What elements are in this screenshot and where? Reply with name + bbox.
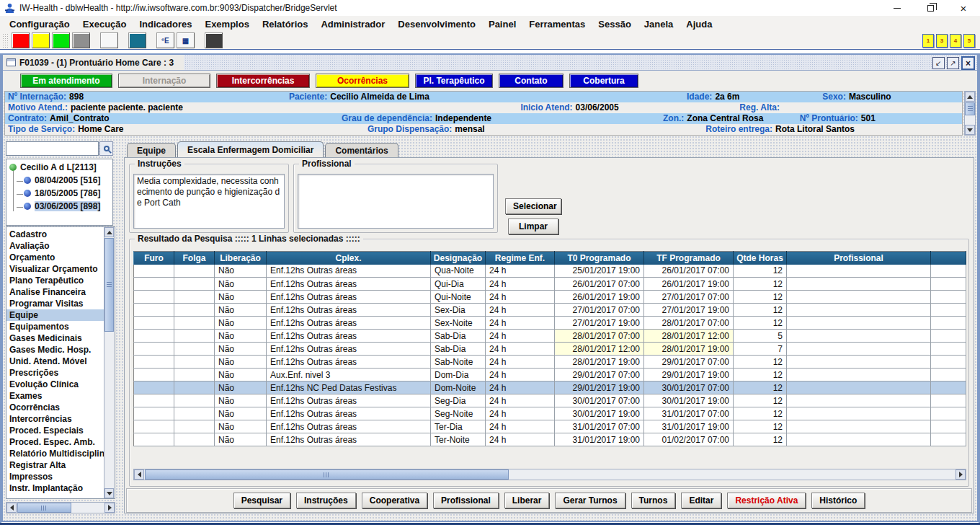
- column-header-tf[interactable]: TF Programado: [644, 252, 734, 265]
- sidebar-item-analise-financeira[interactable]: Analise Financeira: [6, 286, 104, 298]
- action-editar[interactable]: Editar: [681, 493, 721, 508]
- instructions-textarea[interactable]: Media complexidade, necessita conhecimen…: [133, 174, 285, 229]
- tab-escala-enfermagem-domiciliar[interactable]: Escala Enfermagem Domiciliar: [177, 141, 324, 157]
- sidebar-item-ocorrencias[interactable]: Ocorrências: [6, 402, 104, 413]
- menu-administrador[interactable]: Administrador: [314, 19, 391, 30]
- menu-ferramentas[interactable]: Ferramentas: [522, 19, 592, 30]
- sidebar-item-intercorrencias[interactable]: Intercorrências: [6, 413, 104, 425]
- sidebar-item-evolucao-clinica[interactable]: Evolução Clínica: [6, 379, 104, 390]
- scroll-up-icon[interactable]: [965, 92, 975, 102]
- action-pesquisar[interactable]: Pesquisar: [233, 493, 290, 508]
- table-row[interactable]: NãoEnf.12hs Outras áreasSex-Noite24 h27/…: [134, 317, 966, 330]
- menu-ajuda[interactable]: Ajuda: [680, 19, 718, 30]
- menu-painel[interactable]: Painel: [482, 19, 522, 30]
- sidebar-item-plano-terapeutico[interactable]: Plano Terapêutico: [6, 275, 104, 286]
- scroll-right-icon[interactable]: [956, 469, 966, 480]
- action-restricao-ativa[interactable]: Restrição Ativa: [727, 493, 806, 508]
- table-row[interactable]: NãoEnf.12hs Outras áreasQui-Dia24 h26/01…: [134, 278, 966, 291]
- sidebar-item-programar-visitas[interactable]: Programar Visitas: [6, 298, 104, 309]
- table-row[interactable]: NãoEnf.12hs Outras áreasSab-Noite24 h28/…: [134, 356, 966, 369]
- window-minimize-icon[interactable]: [881, 0, 914, 16]
- sidebar-menu-scrollbar[interactable]: [104, 227, 115, 498]
- table-row[interactable]: NãoEnf.12hs Outras áreasSex-Dia24 h27/01…: [134, 304, 966, 317]
- menu-indicadores[interactable]: Indicadores: [133, 19, 199, 30]
- yellow-swatch-button[interactable]: [32, 32, 50, 48]
- frame-maximize-icon[interactable]: ↗: [947, 57, 959, 69]
- frame-minimize-icon[interactable]: ↙: [932, 57, 945, 69]
- clear-button[interactable]: Limpar: [508, 219, 558, 234]
- search-button[interactable]: [99, 141, 113, 156]
- tree-node-18-05-2005-786[interactable]: 18/05/2005 [786]: [24, 188, 112, 198]
- column-header-designacao[interactable]: Designação: [431, 252, 486, 265]
- scroll-thumb[interactable]: [145, 469, 509, 480]
- sidebar-item-gases-medicinais[interactable]: Gases Medicinais: [6, 332, 104, 344]
- sidebar-item-equipe[interactable]: Equipe: [6, 309, 104, 321]
- table-row[interactable]: NãoEnf.12hs Outras áreasSab-Dia24 h28/01…: [134, 343, 966, 356]
- action-instrucoes[interactable]: Instruções: [296, 493, 356, 508]
- menu-execucao[interactable]: Execução: [76, 19, 133, 30]
- status-ocorrencias[interactable]: Ocorrências: [316, 74, 409, 88]
- sidebar-item-equipamentos[interactable]: Equipamentos: [6, 321, 104, 332]
- scroll-up-icon[interactable]: [104, 227, 114, 237]
- quick-button-1[interactable]: 1: [922, 34, 934, 48]
- toolbar-grip-handle[interactable]: [2, 33, 8, 48]
- column-header-t0[interactable]: T0 Programado: [555, 252, 644, 265]
- red-swatch-button[interactable]: [12, 32, 30, 48]
- sidebar-horizontal-scrollbar[interactable]: [6, 502, 115, 513]
- column-header-qtde[interactable]: Qtde Horas: [734, 252, 787, 265]
- sidebar-item-relatorio-multidisciplinar[interactable]: Relatório Multidisciplinar: [6, 448, 104, 459]
- grid-icon-button[interactable]: ▦: [177, 32, 195, 48]
- scroll-right-icon[interactable]: [104, 503, 115, 513]
- action-gerar-turnos[interactable]: Gerar Turnos: [555, 493, 625, 508]
- tab-equipe[interactable]: Equipe: [127, 143, 176, 157]
- professional-textarea[interactable]: [298, 174, 494, 229]
- sidebar-item-visualizar-orcamento[interactable]: Visualizar Orçamento: [6, 263, 104, 275]
- action-turnos[interactable]: Turnos: [631, 493, 676, 508]
- menu-desenvolvimento[interactable]: Desenvolvimento: [391, 19, 482, 30]
- window-restore-icon[interactable]: [914, 0, 947, 16]
- status-internacao[interactable]: Internação: [118, 74, 210, 88]
- column-header-profissional[interactable]: Profissional: [787, 252, 931, 265]
- frame-titlebar[interactable]: F01039 - (1) Prontuário Home Care : 3 ↙ …: [3, 55, 977, 71]
- tab-comentarios[interactable]: Comentários: [325, 143, 398, 157]
- scroll-down-icon[interactable]: [965, 125, 975, 135]
- scroll-thumb[interactable]: [965, 102, 975, 115]
- column-header-furo[interactable]: Furo: [134, 252, 174, 265]
- quick-button-3[interactable]: 3: [936, 34, 948, 48]
- gray-swatch-button[interactable]: [72, 32, 90, 48]
- status-contato[interactable]: Contato: [499, 74, 564, 88]
- frame-close-icon[interactable]: ×: [961, 56, 975, 70]
- scroll-thumb[interactable]: [17, 503, 71, 513]
- scroll-down-icon[interactable]: [104, 488, 114, 498]
- sidebar-item-orcamento[interactable]: Orçamento: [6, 252, 104, 263]
- status-cobertura[interactable]: Cobertura: [569, 74, 638, 88]
- column-header-cplex[interactable]: Cplex.: [267, 252, 431, 265]
- table-header-row[interactable]: FuroFolgaLiberaçãoCplex.DesignaçãoRegime…: [134, 252, 966, 265]
- menu-exemplos[interactable]: Exemplos: [198, 19, 255, 30]
- action-profissional[interactable]: Profissional: [433, 493, 499, 508]
- dark-swatch-button[interactable]: [205, 32, 223, 48]
- menu-janela[interactable]: Janela: [638, 19, 680, 30]
- status-intercorrencias[interactable]: Intercorrências: [216, 74, 310, 88]
- action-historico[interactable]: Histórico: [811, 493, 865, 508]
- patient-info-scrollbar[interactable]: [964, 91, 976, 136]
- column-header-liberacao[interactable]: Liberação: [215, 252, 267, 265]
- sidebar-item-gases-medic-hosp[interactable]: Gases Medic. Hosp.: [6, 344, 104, 356]
- scroll-left-icon[interactable]: [134, 469, 144, 480]
- white-swatch-button[interactable]: [100, 32, 118, 48]
- status-em-atendimento[interactable]: Em atendimento: [20, 74, 112, 88]
- menu-relatorios[interactable]: Relatórios: [256, 19, 315, 30]
- scroll-left-icon[interactable]: [6, 503, 17, 513]
- table-row[interactable]: NãoEnf.12hs NC Ped Datas FestivasDom-Noi…: [134, 381, 966, 394]
- menu-sessao[interactable]: Sessão: [592, 19, 638, 30]
- tree-node-03-06-2005-898[interactable]: 03/06/2005 [898]: [24, 201, 112, 211]
- column-header-folga[interactable]: Folga: [174, 252, 215, 265]
- green-swatch-button[interactable]: [52, 32, 70, 48]
- status-pl-terapeutico[interactable]: Pl. Terapêutico: [415, 74, 493, 88]
- select-button[interactable]: Selecionar: [505, 198, 561, 214]
- table-row[interactable]: NãoEnf.12hs Outras áreasQua-Noite24 h25/…: [134, 265, 966, 278]
- search-input[interactable]: [6, 141, 99, 156]
- sidebar-item-unid-atend-movel[interactable]: Unid. Atend. Móvel: [6, 356, 104, 367]
- table-row[interactable]: NãoEnf.12hs Outras áreasSab-Dia24 h28/01…: [134, 330, 966, 343]
- table-row[interactable]: NãoEnf.12hs Outras áreasTer-Noite24 h31/…: [134, 433, 966, 446]
